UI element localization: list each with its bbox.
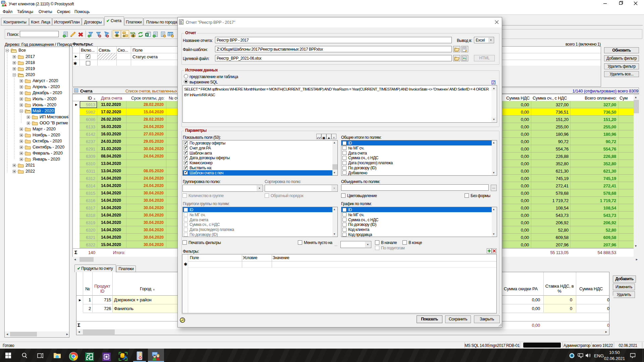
svg-text:X1: X1: [463, 57, 466, 60]
svg-text:SQL: SQL: [130, 32, 136, 35]
